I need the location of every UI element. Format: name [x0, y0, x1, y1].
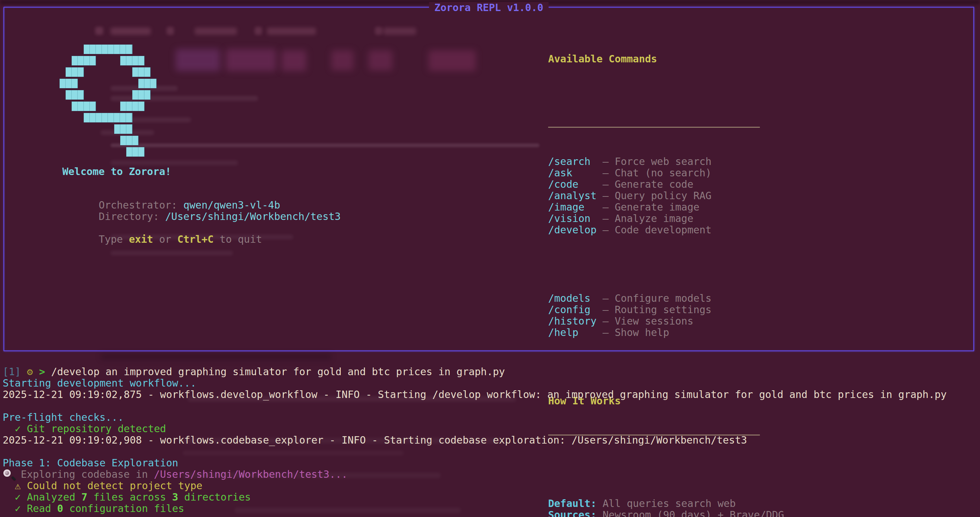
command-separator: – [597, 327, 614, 338]
log-line: 2025-12-21 09:19:02,908 - workflows.code… [3, 434, 747, 446]
command-row: /models–Configure models [548, 293, 964, 304]
logo-block-run [126, 147, 145, 156]
exit-keyword: exit [129, 233, 153, 245]
command-description: View sessions [615, 315, 694, 327]
command-separator: – [597, 293, 614, 304]
user-command: /develop an improved graphing simulator … [51, 366, 505, 378]
terminal-line: ✓ Read 0 configuration files [3, 503, 978, 514]
gear-icon: ⚙ [27, 366, 39, 378]
command-row: /ask–Chat (no search) [548, 167, 964, 179]
log-line: 2025-12-21 09:19:02,875 - workflows.deve… [3, 389, 947, 401]
command-separator: – [597, 179, 614, 190]
logo-block-run [66, 90, 84, 100]
terminal-output[interactable]: [1] ⚙ > /develop an improved graphing si… [3, 366, 978, 514]
command-group-secondary: /models–Configure models/config–Routing … [548, 293, 964, 338]
logo-block-run [132, 67, 150, 77]
command-separator: – [597, 213, 614, 224]
config-count: 0 [57, 503, 63, 514]
quit-hint-text: Type [99, 233, 129, 245]
logo-block-run [120, 136, 138, 145]
available-commands-heading: Available Commands [548, 53, 964, 65]
magnifier-lens [3, 469, 11, 477]
status-message: Exploring codebase in [21, 468, 154, 480]
logo-block-run [120, 102, 145, 111]
command-name: /image [548, 201, 597, 213]
welcome-box: Zorora REPL v1.0.0 Welcome to Zorora! Or… [3, 7, 974, 351]
directory-label: Directory: [99, 211, 165, 222]
command-description: Chat (no search) [615, 167, 712, 179]
command-name: /config [548, 304, 597, 316]
terminal-line: Phase 1: Codebase Exploration [3, 457, 978, 469]
command-name: /help [548, 327, 597, 338]
terminal-line: ⚠ Could not detect project type [3, 480, 978, 491]
logo-block-run [120, 56, 145, 65]
spacer [548, 88, 964, 99]
command-name: /models [548, 293, 597, 304]
command-name: /ask [548, 167, 597, 179]
terminal-line [3, 401, 978, 412]
status-message: Starting development workflow... [3, 377, 196, 389]
directory-count: 3 [172, 491, 178, 503]
phase-heading: Phase 1: Codebase Exploration [3, 457, 178, 469]
command-separator: – [597, 156, 614, 167]
command-name: /analyst [548, 190, 597, 201]
zorora-q-logo [60, 38, 160, 153]
directory-value: /Users/shingi/Workbench/test3 [165, 211, 341, 222]
logo-block-run [84, 45, 132, 54]
command-row: /search–Force web search [548, 156, 964, 167]
background-blur-blob [100, 353, 332, 360]
command-row: /history–View sessions [548, 316, 964, 327]
check-result: directories [178, 491, 251, 503]
terminal-line: Starting development workflow... [3, 378, 978, 389]
ctrl-c-keyword: Ctrl+C [177, 233, 213, 245]
logo-block-run [132, 90, 150, 100]
check-result: ✓ Read [3, 503, 57, 514]
command-name: /develop [548, 224, 597, 236]
command-description: Configure models [615, 292, 712, 304]
terminal-line: ✓ Git repository detected [3, 423, 978, 434]
command-row: /image–Generate image [548, 201, 964, 213]
welcome-heading: Welcome to Zorora! [62, 166, 171, 177]
terminal-line: ✓ Analyzed 7 files across 3 directories [3, 491, 978, 503]
check-result: files across [88, 491, 172, 503]
command-name: /vision [548, 213, 597, 224]
command-description: Routing settings [615, 304, 712, 316]
command-group-primary: /search–Force web search/ask–Chat (no se… [548, 156, 964, 236]
command-name: /code [548, 179, 597, 190]
terminal-line: Exploring codebase in /Users/shingi/Work… [3, 469, 978, 480]
prompt-caret: > [39, 366, 51, 378]
spacer [548, 258, 964, 270]
command-row: /vision–Analyze image [548, 213, 964, 224]
command-description: Generate code [615, 179, 694, 190]
logo-block-run [66, 67, 84, 77]
check-result: configuration files [63, 503, 184, 514]
prompt-line[interactable]: [1] ⚙ > /develop an improved graphing si… [3, 366, 978, 378]
command-separator: – [597, 167, 614, 179]
quit-hint-text: to quit [214, 233, 262, 245]
command-separator: – [597, 316, 614, 327]
command-name: /history [548, 316, 597, 327]
path-text: /Users/shingi/Workbench/test3... [154, 468, 347, 480]
command-description: Show help [615, 327, 670, 338]
check-result: ✓ Git repository detected [3, 423, 166, 434]
logo-block-run [72, 102, 96, 111]
command-separator: – [597, 190, 614, 201]
command-row: /analyst–Query policy RAG [548, 190, 964, 201]
command-separator: – [597, 304, 614, 316]
command-row: /develop–Code development [548, 224, 964, 236]
file-count: 7 [81, 491, 88, 503]
logo-block-run [72, 56, 96, 65]
status-message: Pre-flight checks... [3, 412, 124, 423]
command-separator: – [597, 224, 614, 236]
command-separator: – [597, 201, 614, 213]
logo-block-run [60, 79, 78, 88]
command-row: /help–Show help [548, 327, 964, 338]
terminal-line [3, 446, 978, 457]
magnifier-handle [11, 476, 16, 481]
command-name: /search [548, 156, 597, 167]
quit-hint: Type exit or Ctrl+C to quit [62, 222, 262, 257]
command-row: /code–Generate code [548, 179, 964, 190]
terminal-line: 2025-12-21 09:19:02,908 - workflows.code… [3, 434, 978, 446]
command-description: Code development [615, 224, 712, 236]
terminal-line: 2025-12-21 09:19:02,875 - workflows.deve… [3, 389, 978, 401]
